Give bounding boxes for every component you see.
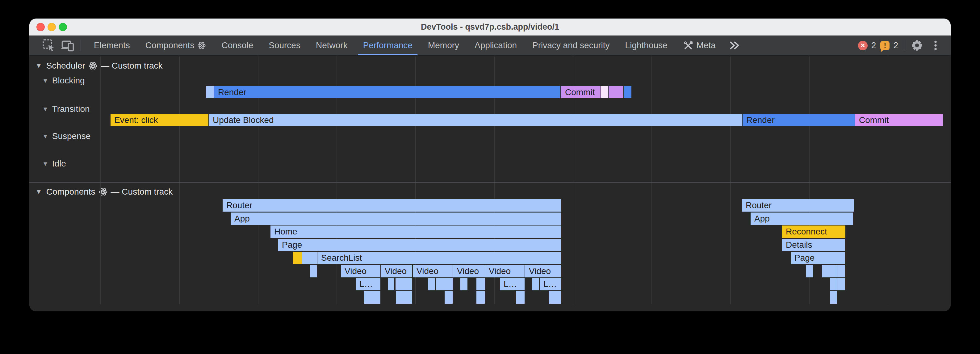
tab-label: Sources <box>269 40 301 50</box>
warning-badge-icon[interactable]: ! <box>880 41 889 50</box>
timeline-bar[interactable] <box>396 291 412 304</box>
timeline-bar[interactable] <box>532 278 539 290</box>
timeline-bar[interactable] <box>609 86 624 98</box>
tab-sources[interactable]: Sources <box>261 35 308 55</box>
timeline-bar-searchlist[interactable]: SearchList <box>317 252 561 264</box>
tab-elements[interactable]: Elements <box>86 35 138 55</box>
timeline-bar-event-click[interactable]: Event: click <box>111 114 208 126</box>
timeline-bar-details[interactable]: Details <box>782 239 845 251</box>
timeline-bar[interactable] <box>396 278 412 290</box>
timeline-bar-render[interactable]: Render <box>743 114 854 126</box>
timeline-bar[interactable] <box>516 291 525 304</box>
timeline-bar[interactable] <box>388 278 394 290</box>
timeline-bar-l[interactable]: L… <box>356 278 380 290</box>
track-name: Scheduler <box>46 61 85 71</box>
tab-network[interactable]: Network <box>308 35 355 55</box>
timeline-bar-render[interactable]: Render <box>214 86 560 98</box>
timeline-bar[interactable] <box>822 265 837 277</box>
tab-components[interactable]: Components <box>138 35 214 55</box>
timeline-bar-router[interactable]: Router <box>223 199 561 212</box>
toolbar-right-group: × 2 ! 2 <box>858 38 943 53</box>
lane-label-text: Suspense <box>52 131 91 141</box>
timeline-bar-app[interactable]: App <box>231 212 561 225</box>
timeline-bar[interactable] <box>549 291 561 304</box>
devtools-window: DevTools - qsvd7p.csb.app/video/1 Elemen… <box>29 19 951 311</box>
timeline-bar[interactable] <box>445 291 453 304</box>
timeline-bar-video[interactable]: Video <box>525 265 561 277</box>
track-separator <box>29 182 951 183</box>
timeline-gridline <box>100 57 101 304</box>
lane-label-idle[interactable]: ▼Idle <box>42 159 66 169</box>
timeline-bar-commit[interactable]: Commit <box>561 86 601 98</box>
disclosure-triangle-icon: ▼ <box>35 188 42 196</box>
disclosure-triangle-icon: ▼ <box>35 62 42 70</box>
tab-lighthouse[interactable]: Lighthouse <box>617 35 675 55</box>
timeline-bar-video[interactable]: Video <box>341 265 380 277</box>
timeline-bar[interactable] <box>624 86 632 98</box>
tab-console[interactable]: Console <box>214 35 261 55</box>
toggle-device-toolbar-icon[interactable] <box>60 38 75 53</box>
track-subtitle: — Custom track <box>111 187 173 197</box>
timeline-bar-page[interactable]: Page <box>278 239 561 251</box>
track-header-scheduler[interactable]: ▼ Scheduler — Custom track <box>35 61 163 71</box>
settings-gear-icon[interactable] <box>910 38 924 53</box>
timeline-bar[interactable] <box>830 291 837 304</box>
timeline-bar[interactable] <box>436 278 453 290</box>
timeline-bar-commit[interactable]: Commit <box>855 114 943 126</box>
error-badge-icon[interactable]: × <box>858 41 868 50</box>
timeline-bar[interactable] <box>830 278 837 290</box>
timeline-bar-home[interactable]: Home <box>270 225 561 238</box>
timeline-bar[interactable] <box>302 252 317 264</box>
timeline-bar[interactable] <box>310 265 317 277</box>
lane-label-blocking[interactable]: ▼Blocking <box>42 76 85 86</box>
timeline-bar-router[interactable]: Router <box>742 199 854 212</box>
timeline-bar[interactable] <box>460 278 468 290</box>
timeline-bar[interactable] <box>806 265 813 277</box>
lane-label-suspense[interactable]: ▼Suspense <box>42 131 91 141</box>
timeline-bar-update-blocked[interactable]: Update Blocked <box>209 114 742 126</box>
timeline-bar[interactable] <box>476 291 485 304</box>
timeline-bar-video[interactable]: Video <box>485 265 525 277</box>
tab-meta[interactable]: Meta <box>675 35 724 55</box>
window-title: DevTools - qsvd7p.csb.app/video/1 <box>29 19 951 35</box>
toolbar-divider <box>81 40 81 51</box>
tab-performance[interactable]: Performance <box>355 35 420 55</box>
timeline-bar-video[interactable]: Video <box>453 265 485 277</box>
timeline-gridline <box>730 57 731 304</box>
timeline-bar[interactable] <box>837 278 845 290</box>
timeline-gridline <box>888 57 888 304</box>
timeline-bar[interactable] <box>428 278 435 290</box>
timeline-bar-l[interactable]: L… <box>500 278 525 290</box>
timeline-bar[interactable] <box>206 86 214 98</box>
timeline-bar-reconnect[interactable]: Reconnect <box>782 225 845 238</box>
tab-application[interactable]: Application <box>467 35 525 55</box>
timeline-bar[interactable] <box>601 86 608 98</box>
track-name: Components <box>46 187 95 197</box>
timeline-bar-video[interactable]: Video <box>381 265 412 277</box>
timeline-bar[interactable] <box>837 265 845 277</box>
more-options-kebab-icon[interactable] <box>928 38 943 53</box>
error-count: 2 <box>871 40 876 50</box>
more-tabs-icon[interactable] <box>728 40 741 51</box>
timeline-bar-app[interactable]: App <box>751 212 853 225</box>
meta-tools-icon <box>683 40 694 51</box>
disclosure-triangle-icon: ▼ <box>42 106 48 113</box>
tab-memory[interactable]: Memory <box>420 35 467 55</box>
toolbar-divider <box>904 40 904 51</box>
timeline-bar-l[interactable]: L… <box>540 278 561 290</box>
track-header-components[interactable]: ▼ Components — Custom track <box>35 187 173 197</box>
timeline-bar[interactable] <box>293 252 302 264</box>
timeline-bar-page[interactable]: Page <box>791 252 845 264</box>
devtools-toolbar: ElementsComponentsConsoleSourcesNetworkP… <box>29 35 951 56</box>
atom-icon <box>99 187 108 196</box>
tab-label: Components <box>145 40 194 50</box>
timeline-gridline <box>651 57 652 304</box>
atom-icon <box>88 61 97 70</box>
titlebar: DevTools - qsvd7p.csb.app/video/1 <box>29 19 951 35</box>
timeline-bar[interactable] <box>476 278 485 290</box>
timeline-bar[interactable] <box>364 291 380 304</box>
lane-label-transition[interactable]: ▼Transition <box>42 104 90 114</box>
timeline-bar-video[interactable]: Video <box>413 265 453 277</box>
inspect-element-icon[interactable] <box>42 38 56 53</box>
tab-privacy-and-security[interactable]: Privacy and security <box>525 35 617 55</box>
